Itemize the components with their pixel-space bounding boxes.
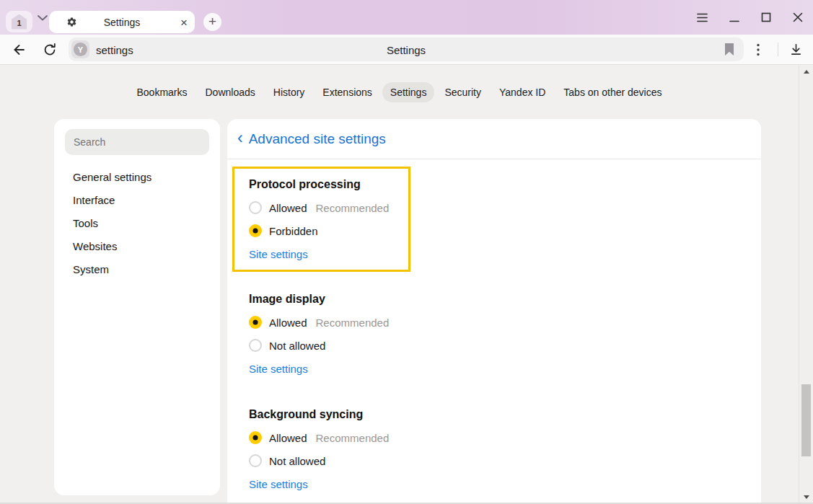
minimize-icon[interactable] — [729, 12, 739, 23]
maximize-icon[interactable] — [760, 12, 771, 23]
section-title-row: Background syncing — [249, 403, 761, 426]
radio-selected-icon[interactable] — [249, 316, 262, 329]
tab-group-button[interactable]: 1 — [6, 11, 32, 32]
scroll-down-icon[interactable] — [804, 495, 809, 499]
option-label: Allowed — [269, 202, 307, 214]
advanced-site-settings-header[interactable]: ‹ Advanced site settings — [227, 119, 761, 159]
radio-option-allowed[interactable]: Allowed Recommended — [249, 426, 761, 449]
section-protocol-processing-highlight: Protocol processing Allowed Recommended … — [232, 167, 410, 272]
option-label: Not allowed — [269, 455, 325, 467]
radio-selected-icon[interactable] — [249, 224, 262, 237]
radio-option-forbidden[interactable]: Forbidden — [249, 219, 408, 242]
site-settings-link[interactable]: Site settings — [249, 478, 308, 490]
radio-unselected-icon[interactable] — [249, 339, 262, 352]
reload-icon[interactable] — [43, 43, 57, 57]
tab-history[interactable]: History — [265, 82, 313, 102]
sidebar-item-interface[interactable]: Interface — [54, 188, 220, 211]
browser-tab-settings[interactable]: Settings × — [49, 11, 195, 33]
option-label: Allowed — [269, 317, 307, 329]
site-settings-link-row: Site settings — [249, 472, 761, 495]
sidebar-menu: General settings Interface Tools Website… — [54, 165, 220, 280]
radio-option-not-allowed[interactable]: Not allowed — [249, 334, 761, 357]
radio-unselected-icon[interactable] — [249, 454, 262, 467]
section-title: Protocol processing — [249, 178, 361, 191]
tab-yandex-id[interactable]: Yandex ID — [491, 82, 553, 102]
more-options-icon[interactable] — [757, 43, 760, 56]
window-titlebar: 1 Settings × + — [0, 0, 813, 35]
section-title: Background syncing — [249, 408, 363, 421]
sidebar-item-tools[interactable]: Tools — [54, 211, 220, 234]
sidebar-search[interactable] — [65, 129, 209, 155]
browser-toolbar: Y settings Settings — [0, 35, 813, 65]
settings-sidebar: General settings Interface Tools Website… — [54, 119, 220, 495]
address-bar-page-title: Settings — [69, 43, 744, 56]
page-title: Advanced site settings — [249, 131, 386, 147]
vertical-scrollbar[interactable] — [799, 65, 813, 504]
site-settings-link-row: Site settings — [249, 357, 761, 380]
section-image-display: Image display Allowed Recommended Not al… — [227, 288, 761, 380]
sidebar-item-general-settings[interactable]: General settings — [54, 165, 220, 188]
tab-close-icon[interactable]: × — [180, 16, 188, 28]
option-label: Forbidden — [269, 225, 318, 237]
option-note: Recommended — [316, 432, 390, 444]
toolbar-divider — [778, 43, 778, 56]
sidebar-item-system[interactable]: System — [54, 257, 220, 280]
scrollbar-thumb[interactable] — [801, 384, 811, 456]
window-close-icon[interactable] — [792, 12, 803, 23]
radio-option-not-allowed[interactable]: Not allowed — [249, 449, 761, 472]
window-controls — [697, 0, 804, 35]
radio-option-allowed[interactable]: Allowed Recommended — [249, 196, 408, 219]
tab-downloads[interactable]: Downloads — [198, 82, 263, 102]
tab-title: Settings — [49, 17, 195, 28]
settings-main-panel: ‹ Advanced site settings Protocol proces… — [227, 119, 761, 504]
option-note: Recommended — [316, 202, 390, 214]
tab-bookmarks[interactable]: Bookmarks — [128, 82, 195, 102]
chevron-down-icon[interactable] — [38, 15, 48, 21]
site-settings-link[interactable]: Site settings — [249, 363, 308, 375]
tab-group-count-badge: 1 — [12, 14, 27, 30]
downloads-icon[interactable] — [789, 43, 803, 56]
settings-nav-tabs: Bookmarks Downloads History Extensions S… — [0, 81, 799, 102]
option-label: Allowed — [269, 432, 307, 444]
option-note: Recommended — [316, 317, 390, 329]
scroll-up-icon[interactable] — [804, 70, 809, 74]
new-tab-button[interactable]: + — [203, 13, 221, 31]
section-background-syncing: Background syncing Allowed Recommended N… — [227, 403, 761, 495]
tab-security[interactable]: Security — [436, 82, 489, 102]
browser-menu-icon[interactable] — [697, 12, 708, 23]
radio-option-allowed[interactable]: Allowed Recommended — [249, 311, 761, 334]
section-title: Image display — [249, 293, 325, 306]
back-chevron-icon[interactable]: ‹ — [237, 130, 243, 149]
bookmark-icon[interactable] — [724, 43, 734, 56]
sidebar-item-websites[interactable]: Websites — [54, 234, 220, 257]
section-title-row: Protocol processing — [249, 173, 408, 196]
site-settings-link[interactable]: Site settings — [249, 248, 308, 260]
search-input[interactable] — [65, 136, 209, 148]
radio-unselected-icon[interactable] — [249, 201, 262, 214]
address-bar[interactable]: Y settings Settings — [69, 37, 744, 61]
section-title-row: Image display — [249, 288, 761, 311]
radio-selected-icon[interactable] — [249, 431, 262, 444]
back-icon[interactable] — [12, 43, 26, 57]
option-label: Not allowed — [269, 340, 325, 352]
site-settings-link-row: Site settings — [249, 242, 408, 265]
tab-other-devices[interactable]: Tabs on other devices — [555, 82, 669, 102]
tab-extensions[interactable]: Extensions — [315, 82, 379, 102]
tab-settings[interactable]: Settings — [382, 82, 435, 102]
